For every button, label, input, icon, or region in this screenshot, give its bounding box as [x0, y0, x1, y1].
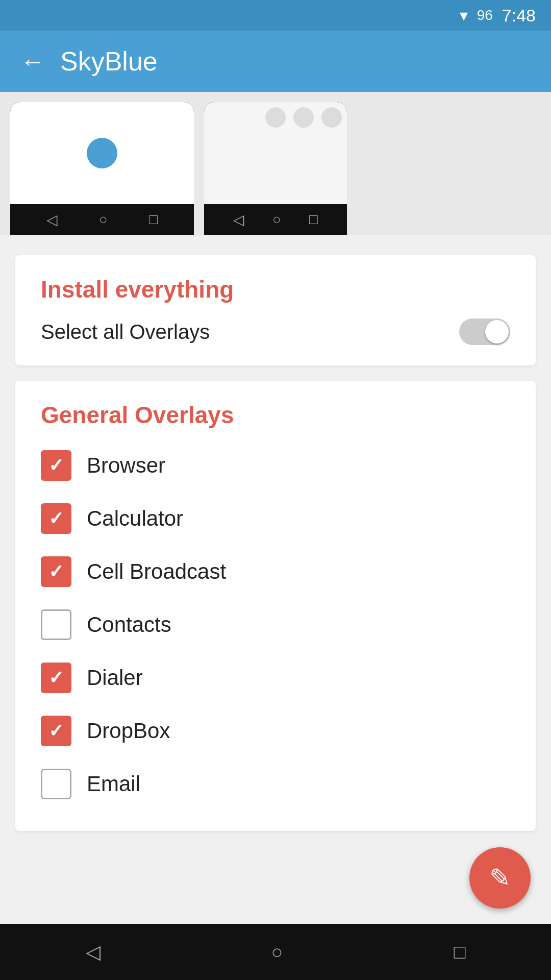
toggle-knob — [485, 320, 509, 344]
list-item[interactable]: ✓ DropBox — [41, 704, 510, 757]
select-all-toggle[interactable] — [459, 318, 510, 345]
nav-home-button[interactable]: ○ — [271, 941, 283, 963]
dialer-checkbox[interactable]: ✓ — [41, 663, 71, 693]
nav-recents-button[interactable]: □ — [454, 941, 466, 963]
status-bar: ▾ 96 7:48 — [0, 0, 551, 31]
check-icon: ✓ — [48, 508, 64, 529]
bottom-nav: ◁ ○ □ — [0, 924, 551, 980]
icon-placeholder-3 — [321, 107, 342, 128]
dropbox-checkbox[interactable]: ✓ — [41, 716, 71, 746]
phone-screen-left — [10, 102, 194, 204]
app-title: SkyBlue — [60, 46, 158, 77]
calculator-checkbox[interactable]: ✓ — [41, 503, 71, 534]
icon-placeholder-1 — [265, 107, 286, 128]
check-icon: ✓ — [48, 561, 64, 582]
phone-preview-right: ◁ ○ □ — [204, 102, 347, 235]
wifi-icon: ▾ — [460, 6, 468, 25]
browser-label: Browser — [87, 453, 165, 478]
nav-back-button[interactable]: ◁ — [86, 941, 101, 963]
phone-nav-left: ◁ ○ □ — [10, 204, 194, 235]
phone-screen-right — [204, 102, 347, 204]
check-icon: ✓ — [48, 720, 64, 742]
dropbox-label: DropBox — [87, 719, 170, 743]
preview-area: ◁ ○ □ ◁ ○ □ — [0, 92, 551, 235]
select-all-label: Select all Overlays — [41, 321, 210, 344]
cellbroadcast-checkbox[interactable]: ✓ — [41, 556, 71, 587]
install-card-title: Install everything — [41, 276, 510, 303]
fab-button[interactable]: ✎ — [469, 847, 531, 909]
status-time: 7:48 — [502, 6, 536, 26]
toggle-row: Select all Overlays — [41, 318, 510, 345]
phone-nav-right: ◁ ○ □ — [204, 204, 347, 235]
overlays-card: General Overlays ✓ Browser ✓ Calculator … — [15, 381, 536, 831]
list-item[interactable]: ✓ Browser — [41, 439, 510, 492]
back-button[interactable]: ← — [20, 47, 45, 76]
install-card: Install everything Select all Overlays — [15, 255, 536, 365]
list-item[interactable]: ✓ Cell Broadcast — [41, 545, 510, 598]
contacts-label: Contacts — [87, 612, 171, 637]
list-item[interactable]: Email — [41, 757, 510, 811]
phone-recents-icon: □ — [149, 211, 158, 228]
app-bar: ← SkyBlue — [0, 31, 551, 92]
phone-home-icon-right: ○ — [272, 211, 281, 228]
battery-indicator: 96 — [477, 7, 493, 23]
check-icon: ✓ — [48, 667, 64, 689]
email-checkbox[interactable] — [41, 769, 71, 799]
overlays-title: General Overlays — [41, 401, 510, 429]
phone-recents-icon-right: □ — [309, 211, 318, 228]
browser-checkbox[interactable]: ✓ — [41, 450, 71, 481]
phone-back-icon-right: ◁ — [233, 211, 244, 228]
phone-back-icon: ◁ — [46, 211, 58, 228]
contacts-checkbox[interactable] — [41, 609, 71, 640]
list-item[interactable]: Contacts — [41, 598, 510, 651]
email-label: Email — [87, 772, 140, 796]
cellbroadcast-label: Cell Broadcast — [87, 559, 226, 584]
main-content: Install everything Select all Overlays G… — [0, 235, 551, 851]
phone-circle-button — [87, 138, 117, 168]
dialer-label: Dialer — [87, 666, 143, 690]
list-item[interactable]: ✓ Calculator — [41, 492, 510, 545]
phone-preview-left: ◁ ○ □ — [10, 102, 194, 235]
calculator-label: Calculator — [87, 506, 183, 531]
list-item[interactable]: ✓ Dialer — [41, 651, 510, 704]
icon-placeholder-2 — [293, 107, 314, 128]
fab-icon: ✎ — [489, 863, 511, 893]
phone-home-icon: ○ — [99, 211, 108, 228]
check-icon: ✓ — [48, 455, 64, 476]
